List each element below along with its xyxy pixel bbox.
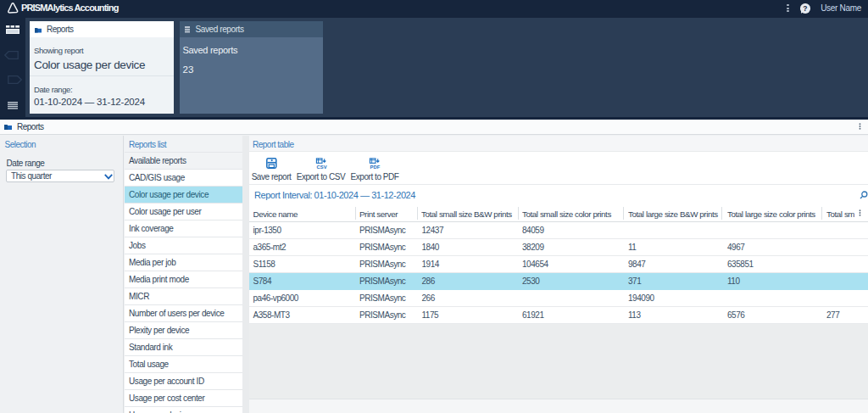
svg-text:PDF: PDF	[370, 164, 381, 169]
svg-text:CSV: CSV	[316, 164, 326, 169]
